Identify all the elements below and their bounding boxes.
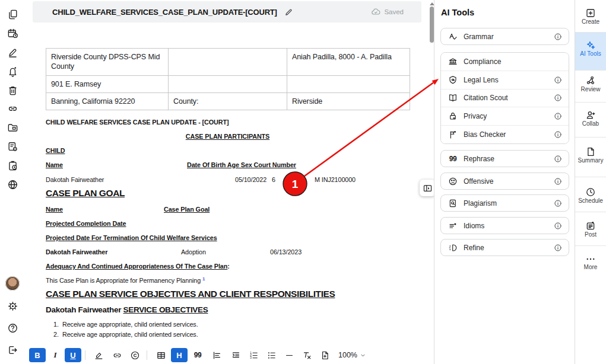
document-icon bbox=[585, 146, 596, 157]
indent-button[interactable] bbox=[227, 348, 244, 362]
underline-button[interactable]: U bbox=[65, 348, 81, 362]
align-left-button[interactable] bbox=[208, 348, 225, 362]
web-button[interactable] bbox=[7, 178, 18, 190]
table-cell[interactable]: Aniah Padilla, 8000 - A. Padilla bbox=[287, 49, 410, 76]
child-sex-court[interactable]: M INJ2100000 bbox=[315, 176, 356, 183]
offensive-button[interactable]: Offensive bbox=[440, 173, 569, 190]
refine-button[interactable]: Refine bbox=[440, 239, 569, 256]
info-icon[interactable] bbox=[554, 177, 562, 186]
table-cell[interactable] bbox=[169, 49, 287, 76]
logout-button[interactable] bbox=[7, 344, 18, 356]
rephrase-button[interactable]: 99 Rephrase bbox=[440, 150, 569, 167]
edit-title-icon[interactable] bbox=[284, 8, 293, 17]
grammar-button[interactable]: Grammar bbox=[440, 28, 569, 45]
media-folder-button[interactable] bbox=[7, 122, 18, 133]
link-button[interactable] bbox=[7, 103, 18, 114]
citation-scout-button[interactable]: Citation Scout bbox=[441, 90, 569, 108]
divider bbox=[575, 32, 606, 33]
vertical-scrollbar-thumb[interactable] bbox=[430, 7, 434, 43]
objective-item-text[interactable]: Receive age appropriate, child oriented … bbox=[62, 331, 198, 338]
form-settings-button[interactable] bbox=[7, 141, 18, 152]
info-icon[interactable] bbox=[554, 76, 562, 84]
goal-column-header[interactable]: Case Plan Goal bbox=[164, 206, 210, 213]
copyright-button[interactable] bbox=[126, 348, 143, 362]
document-title: CHILD_WELFARE_SERVICES_CASE_PLAN_UPDATE-… bbox=[52, 8, 277, 17]
compliance-button[interactable]: Compliance bbox=[441, 53, 569, 71]
highlight-button[interactable] bbox=[90, 348, 107, 362]
horizontal-rule-button[interactable] bbox=[281, 348, 297, 362]
calendar-event-button[interactable] bbox=[7, 27, 18, 39]
panel-toggle-button[interactable] bbox=[420, 180, 435, 196]
objectives-heading[interactable]: CASE PLAN SERVICE OBJECTIVES AND CLIENT … bbox=[46, 289, 335, 299]
goal-row-name[interactable]: Dakotah Fairweather bbox=[46, 248, 107, 256]
insert-link-button[interactable] bbox=[109, 348, 125, 362]
numbered-list-button[interactable] bbox=[245, 348, 262, 362]
zoom-select[interactable]: 100% bbox=[338, 348, 366, 362]
trash-button[interactable] bbox=[7, 84, 18, 96]
adequacy-text-line[interactable]: This Case Plan is Appropriate for Perman… bbox=[46, 276, 205, 284]
case-plan-goal-heading[interactable]: CASE PLAN GOAL bbox=[46, 188, 125, 199]
documents-button[interactable] bbox=[7, 8, 18, 20]
child-age[interactable]: 6 bbox=[272, 176, 275, 183]
clear-formatting-button[interactable] bbox=[299, 348, 315, 362]
info-icon[interactable] bbox=[554, 33, 562, 41]
table-cell[interactable] bbox=[287, 75, 410, 92]
help-button[interactable] bbox=[7, 322, 18, 334]
goal-name-header[interactable]: Name bbox=[46, 206, 63, 213]
notifications-button[interactable] bbox=[7, 65, 18, 77]
table-cell[interactable] bbox=[169, 75, 287, 92]
info-icon[interactable] bbox=[554, 244, 562, 252]
projected-completion-header[interactable]: Projected Completion Date bbox=[46, 220, 126, 227]
quotes-icon: 99 bbox=[449, 155, 456, 163]
media-folder-icon bbox=[7, 122, 18, 133]
objective-item-number: 2. bbox=[53, 331, 59, 338]
divider bbox=[147, 350, 147, 360]
info-icon[interactable] bbox=[554, 94, 562, 102]
privacy-button[interactable]: Privacy bbox=[441, 107, 569, 126]
plagiarism-button[interactable]: Plagiarism bbox=[440, 194, 569, 212]
info-icon[interactable] bbox=[554, 199, 562, 207]
goal-row-date[interactable]: 06/13/2023 bbox=[270, 248, 302, 256]
bias-checker-button[interactable]: Bias Checker bbox=[441, 126, 569, 143]
bulleted-list-button[interactable] bbox=[263, 348, 280, 362]
divider bbox=[575, 177, 606, 177]
trash-icon bbox=[7, 85, 18, 96]
settings-button[interactable] bbox=[7, 300, 18, 312]
bold-button[interactable]: B bbox=[29, 348, 46, 362]
objectives-name: Dakotah Fairweather bbox=[46, 305, 121, 314]
italic-button[interactable]: I bbox=[47, 348, 64, 362]
child-dob[interactable]: 05/10/2022 bbox=[235, 176, 266, 183]
details-column-header[interactable]: Date Of Birth Age Sex Court Number bbox=[187, 161, 296, 168]
name-column-header[interactable]: Name bbox=[46, 161, 63, 168]
table-cell[interactable]: Riverside County DPSS-CPS Mid County bbox=[46, 49, 169, 76]
goal-row-value[interactable]: Adoption bbox=[181, 248, 206, 256]
adequacy-heading-line[interactable]: Adequacy And Continued Appropriateness O… bbox=[46, 263, 230, 270]
participants-heading[interactable]: CASE PLAN PARTICIPANTS bbox=[186, 133, 269, 140]
compose-button[interactable] bbox=[7, 46, 18, 58]
child-section-label[interactable]: CHILD bbox=[46, 147, 65, 154]
objective-item-text[interactable]: Receive age appropriate, child oriented … bbox=[62, 321, 198, 328]
insert-table-button[interactable] bbox=[153, 348, 169, 362]
avatar[interactable] bbox=[5, 276, 20, 290]
idioms-button[interactable]: Idioms bbox=[440, 217, 569, 234]
info-icon[interactable] bbox=[554, 222, 562, 230]
legal-lens-button[interactable]: Legal Lens bbox=[441, 71, 569, 90]
doc-title-line[interactable]: CHILD WELFARE SERVICES CASE PLAN UPDATE … bbox=[46, 119, 229, 126]
blockquote-button[interactable]: 99 bbox=[189, 348, 206, 362]
table-cell[interactable]: 901 E. Ramsey bbox=[46, 75, 169, 92]
child-name[interactable]: Dakotah Fairweather bbox=[46, 176, 104, 183]
document-search-icon bbox=[448, 199, 458, 208]
clipboard-history-button[interactable] bbox=[7, 159, 18, 171]
info-icon[interactable] bbox=[554, 130, 562, 139]
table-cell[interactable]: Banning, California 92220 bbox=[46, 92, 169, 110]
heading-button[interactable]: H bbox=[171, 348, 188, 362]
table-cell[interactable]: Riverside bbox=[287, 92, 410, 110]
new-page-button[interactable] bbox=[316, 348, 333, 362]
table-cell[interactable]: County: bbox=[169, 92, 287, 110]
info-icon[interactable] bbox=[554, 112, 562, 120]
termination-header[interactable]: Projected Date For Termination Of Child … bbox=[46, 234, 217, 241]
rail-label: Post bbox=[575, 231, 606, 238]
objectives-subheading-line[interactable]: Dakotah Fairweather SERVICE OBJECTIVES bbox=[46, 305, 208, 314]
info-icon[interactable] bbox=[554, 155, 562, 163]
list-note-icon bbox=[448, 221, 458, 231]
